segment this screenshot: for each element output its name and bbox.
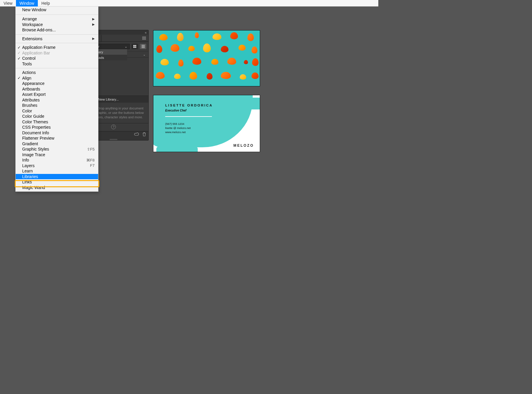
pepper-shape (188, 46, 195, 51)
artboard-peppers[interactable] (153, 30, 260, 86)
menu-tools[interactable]: Tools (16, 61, 98, 67)
menu-gradient[interactable]: Gradient (16, 141, 98, 147)
menu-label: Align (22, 76, 31, 80)
list-icon (142, 45, 145, 48)
card-name: LISETTE ORDORICA (165, 104, 213, 107)
menu-application-bar: ✓Application Bar (16, 50, 98, 56)
pepper-shape (240, 74, 246, 80)
menu-learn[interactable]: Learn (16, 168, 98, 174)
menu-flattener-preview[interactable]: Flattener Preview (16, 135, 98, 141)
menu-workspace[interactable]: Workspace▶ (16, 22, 98, 28)
chevron-down-icon: ⌄ (125, 45, 127, 48)
menu-appearance[interactable]: Appearance (16, 81, 98, 86)
collapse-icon[interactable]: « (145, 31, 147, 34)
trash-icon[interactable] (142, 132, 146, 138)
menu-label: Attributes (22, 98, 40, 102)
grid-icon (133, 45, 136, 48)
pepper-shape (156, 45, 162, 53)
grid-view-button[interactable] (132, 44, 138, 49)
shortcut-label: F7 (90, 163, 95, 168)
menu-window[interactable]: Window (16, 0, 38, 7)
card-phone: (567) 555 1234 (165, 122, 213, 125)
submenu-arrow-icon: ▶ (92, 37, 95, 41)
menu-layers[interactable]: LayersF7 (16, 163, 98, 169)
check-icon: ✓ (17, 51, 21, 55)
pepper-shape (160, 59, 169, 65)
menu-label: New Window (22, 7, 46, 12)
chevron-down-icon: ⌄ (143, 53, 145, 56)
menu-label: Image Trace (22, 152, 45, 157)
pepper-shape (159, 34, 168, 41)
separator (16, 14, 98, 15)
menu-label: Document Info (22, 130, 49, 135)
menu-label: Tools (22, 62, 32, 66)
menu-color[interactable]: Color (16, 108, 98, 114)
menu-asset-export[interactable]: Asset Export (16, 92, 98, 97)
pepper-shape (178, 59, 184, 67)
menu-color-guide[interactable]: Color Guide (16, 114, 98, 119)
menu-graphic-styles[interactable]: Graphic Styles⇧F5 (16, 146, 98, 152)
menu-label: Workspace (22, 22, 43, 27)
card-text-block: LISETTE ORDORICA Executive Chef (567) 55… (165, 104, 213, 134)
menu-label: Color Guide (22, 114, 44, 119)
menu-document-info[interactable]: Document Info (16, 130, 98, 136)
menu-magic-wand[interactable]: Magic Wand (16, 185, 98, 190)
menu-libraries[interactable]: Libraries (16, 174, 98, 180)
card-email: lisette @ melozo.net (165, 126, 213, 130)
menu-control[interactable]: ✓Control (16, 56, 98, 61)
pepper-shape (247, 33, 254, 41)
menu-label: Asset Export (22, 92, 46, 97)
menu-label: Graphic Styles (22, 147, 49, 151)
separator (16, 68, 98, 68)
menu-view[interactable]: View (0, 0, 16, 7)
menu-label: Brushes (22, 103, 37, 108)
artboard-business-card[interactable]: LISETTE ORDORICA Executive Chef (567) 55… (153, 95, 260, 152)
menu-help[interactable]: Help (38, 0, 53, 7)
menu-label: Browse Add-ons... (22, 28, 56, 32)
submenu-arrow-icon: ▶ (92, 17, 95, 21)
separator (16, 34, 98, 35)
menu-extensions[interactable]: Extensions▶ (16, 36, 98, 42)
menu-label: Learn (22, 169, 33, 173)
pepper-shape (230, 32, 238, 39)
pepper-shape (244, 60, 248, 64)
list-view-button[interactable] (140, 44, 146, 49)
menu-css-properties[interactable]: CSS Properties (16, 125, 98, 130)
menu-image-trace[interactable]: Image Trace (16, 152, 98, 158)
menu-brushes[interactable]: Brushes (16, 103, 98, 108)
creative-cloud-icon[interactable] (134, 133, 140, 137)
menu-actions[interactable]: Actions (16, 70, 98, 75)
menu-label: Arrange (22, 17, 37, 21)
shortcut-label: ⇧F5 (87, 147, 95, 151)
panel-menu-icon[interactable] (142, 37, 146, 40)
pepper-shape (195, 32, 199, 38)
menu-arrange[interactable]: Arrange▶ (16, 16, 98, 22)
menu-label: Color Themes (22, 120, 48, 124)
menu-align[interactable]: ✓Align (16, 75, 98, 81)
pepper-shape (252, 46, 257, 54)
pepper-shape (211, 59, 218, 65)
menu-color-themes[interactable]: Color Themes (16, 119, 98, 125)
menu-application-frame[interactable]: ✓Application Frame (16, 45, 98, 50)
pepper-shape (156, 72, 165, 79)
menu-label: Application Frame (22, 45, 56, 50)
card-logo: MELOZO (233, 143, 254, 148)
menu-new-window[interactable]: New Window (16, 7, 98, 13)
pepper-shape (192, 58, 201, 65)
card-divider (165, 116, 212, 117)
menu-browse-addons[interactable]: Browse Add-ons... (16, 27, 98, 33)
check-icon: ✓ (17, 45, 21, 50)
card-website: www.melozo.net (165, 130, 213, 134)
pepper-shape (207, 73, 213, 80)
pepper-shape (227, 58, 236, 65)
menu-artboards[interactable]: Artboards (16, 86, 98, 92)
menu-links[interactable]: Links (16, 179, 98, 185)
menu-label: Flattener Preview (22, 136, 54, 141)
pepper-shape (171, 44, 179, 52)
pepper-shape (174, 74, 181, 79)
menu-info[interactable]: Info⌘F8 (16, 157, 98, 163)
menu-attributes[interactable]: Attributes (16, 97, 98, 103)
menu-label: Links (22, 180, 32, 184)
check-icon: ✓ (17, 56, 21, 61)
card-title: Executive Chef (165, 109, 213, 112)
